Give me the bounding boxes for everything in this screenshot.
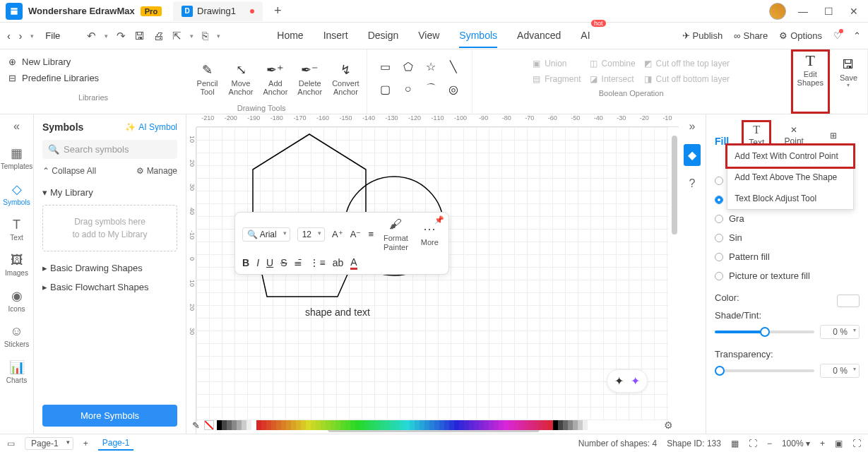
new-library-button[interactable]: ⊕New Library <box>7 54 179 70</box>
color-swatch[interactable] <box>360 420 365 430</box>
add-tab-button[interactable]: + <box>268 4 287 18</box>
line-spacing-button[interactable]: ≡̄ <box>294 257 302 268</box>
canvas[interactable]: shape and text 📌 🔍 Arial 12 A⁺ A⁻ ≡ 🖌For… <box>196 127 669 421</box>
color-swatch[interactable] <box>459 420 464 430</box>
color-settings-button[interactable]: ⚙ <box>664 420 673 431</box>
color-swatch[interactable] <box>558 420 563 430</box>
color-swatch[interactable] <box>237 420 242 430</box>
font-grow-button[interactable]: A⁺ <box>332 229 343 239</box>
circle-shape[interactable]: ○ <box>398 79 418 99</box>
cutoff-bottom-op[interactable]: ◨ Cut off bottom layer <box>643 72 732 86</box>
color-swatch[interactable] <box>222 420 227 430</box>
pin-icon[interactable]: 📌 <box>434 215 444 225</box>
color-swatch[interactable] <box>326 420 331 430</box>
color-swatch[interactable] <box>345 420 350 430</box>
roundrect-shape[interactable]: ▢ <box>376 79 396 99</box>
fragment-op[interactable]: ▤ Fragment <box>531 72 582 86</box>
pentagon-shape[interactable]: ⬠ <box>398 56 418 76</box>
share-button[interactable]: ∞Share <box>734 30 768 41</box>
menu-home[interactable]: Home <box>277 24 303 48</box>
color-swatch[interactable] <box>400 420 405 430</box>
color-swatch[interactable] <box>271 420 276 430</box>
line-shape[interactable]: ╲ <box>444 56 463 76</box>
color-swatch[interactable] <box>509 420 513 430</box>
nav-forward-button[interactable]: › <box>19 30 23 42</box>
color-swatch[interactable] <box>499 420 504 430</box>
pages-icon[interactable]: ▭ <box>7 439 15 448</box>
minimize-button[interactable]: — <box>795 6 811 17</box>
color-swatch[interactable] <box>246 420 251 430</box>
bold-button[interactable]: B <box>242 257 249 268</box>
format-painter-button[interactable]: 🖌Format Painter <box>381 217 411 252</box>
color-swatch[interactable] <box>415 420 420 430</box>
rail-stickers[interactable]: ☺Stickers <box>3 320 31 352</box>
color-swatch[interactable] <box>573 420 578 430</box>
menu-view[interactable]: View <box>418 24 439 48</box>
color-swatch[interactable] <box>439 420 444 430</box>
font-family-select[interactable]: 🔍 Arial <box>242 227 290 242</box>
color-swatch[interactable] <box>355 420 360 430</box>
publish-button[interactable]: ✈Publish <box>682 30 723 41</box>
save-button[interactable]: 🖫 Save ▾ <box>833 54 864 91</box>
color-swatch[interactable] <box>449 420 454 430</box>
font-color-button[interactable]: A <box>350 256 357 270</box>
eyedropper-icon[interactable]: ✎ <box>192 420 200 431</box>
color-swatch[interactable] <box>533 420 538 430</box>
union-op[interactable]: ▣ Union <box>531 56 582 71</box>
collapse-rail-button[interactable]: « <box>13 120 20 133</box>
color-swatch[interactable] <box>464 420 469 430</box>
color-swatch[interactable] <box>474 420 479 430</box>
zoom-level[interactable]: 100% ▾ <box>782 439 810 448</box>
delete-anchor-tool[interactable]: ✒⁻DeleteAnchor <box>293 54 326 104</box>
color-swatch[interactable] <box>563 420 568 430</box>
color-picker[interactable] <box>837 295 860 307</box>
add-page-button[interactable]: + <box>83 439 88 448</box>
color-swatch[interactable] <box>420 420 424 430</box>
underline-button[interactable]: U <box>266 257 273 268</box>
color-swatch[interactable] <box>301 420 306 430</box>
fill-picture-option[interactable]: Picture or texture fill <box>715 266 860 285</box>
ai-symbol-button[interactable]: ✨ AI Symbol <box>125 122 177 132</box>
color-swatch[interactable] <box>370 420 375 430</box>
color-swatch[interactable] <box>251 420 256 430</box>
arc-shape[interactable]: ⌒ <box>421 79 441 99</box>
color-swatch[interactable] <box>390 420 395 430</box>
cutoff-top-op[interactable]: ◩ Cut off the top layer <box>643 56 732 71</box>
transparency-value[interactable]: 0 % <box>820 364 860 378</box>
color-swatch[interactable] <box>434 420 439 430</box>
color-swatch[interactable] <box>340 420 345 430</box>
color-swatch[interactable] <box>484 420 489 430</box>
move-anchor-tool[interactable]: ⤡MoveAnchor <box>225 54 258 104</box>
redo-button[interactable]: ↷ <box>117 30 126 42</box>
color-swatch[interactable] <box>232 420 237 430</box>
ai-sparkle-button[interactable]: ✦ <box>631 374 640 388</box>
color-swatch[interactable] <box>291 420 296 430</box>
print-button[interactable]: 🖨 <box>153 30 164 42</box>
color-swatch[interactable] <box>583 420 588 430</box>
file-menu[interactable]: File <box>45 30 60 41</box>
rect-shape[interactable]: ▭ <box>376 56 396 76</box>
fill-gradient-option[interactable]: Gra <box>715 209 860 228</box>
color-swatch[interactable] <box>217 420 222 430</box>
intersect-op[interactable]: ◪ Intersect <box>588 72 637 86</box>
page-selector[interactable]: Page-1 <box>25 437 73 450</box>
help-button[interactable]: ? <box>689 177 696 190</box>
combine-op[interactable]: ◫ Combine <box>588 56 637 71</box>
add-anchor-tool[interactable]: ✒⁺AddAnchor <box>258 54 292 104</box>
color-swatch[interactable] <box>350 420 355 430</box>
menu-advanced[interactable]: Advanced <box>517 24 561 48</box>
align-button[interactable]: ≡ <box>368 229 374 239</box>
color-swatch[interactable] <box>321 420 326 430</box>
rail-text[interactable]: TText <box>3 213 31 246</box>
search-input[interactable]: 🔍Search symbols <box>42 140 177 159</box>
sparkle-button[interactable]: ✦ <box>614 374 624 388</box>
font-size-select[interactable]: 12 <box>297 227 325 242</box>
shade-value[interactable]: 0 % <box>820 325 860 339</box>
color-swatch[interactable] <box>410 420 415 430</box>
spiral-shape[interactable]: ◎ <box>444 79 463 99</box>
color-swatch[interactable] <box>543 420 548 430</box>
rail-templates[interactable]: ▦Templates <box>3 141 31 174</box>
color-swatch[interactable] <box>504 420 509 430</box>
my-library-item[interactable]: ▾ My Library <box>42 183 177 202</box>
color-swatch[interactable] <box>365 420 370 430</box>
